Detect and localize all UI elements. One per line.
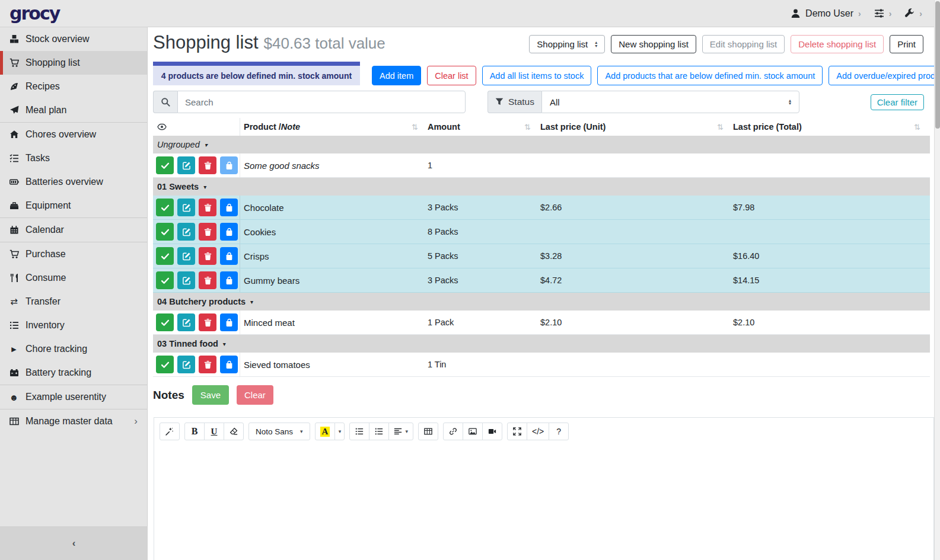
app-logo[interactable]: grocy (9, 3, 59, 24)
sidebar-collapse-button[interactable]: ‹ (0, 526, 148, 560)
mark-done-button[interactable] (156, 199, 174, 216)
delete-item-button[interactable] (199, 223, 216, 241)
header-last-price-unit[interactable]: Last price (Unit) ⇅ (540, 118, 733, 136)
edit-item-button[interactable] (177, 156, 195, 174)
edit-item-button[interactable] (177, 271, 195, 289)
group-row-tinned-food[interactable]: 03 Tinned food ▾ (153, 335, 930, 353)
shopping-list-select[interactable]: Shopping list ▴▾ (529, 35, 605, 53)
sidebar-item-chores-overview[interactable]: Chores overview (0, 123, 147, 146)
edit-item-button[interactable] (177, 356, 195, 373)
add-overdue-button[interactable]: Add overdue/expired products (829, 66, 940, 85)
status-select[interactable]: All ▴▾ (541, 91, 799, 113)
add-item-button[interactable]: Add item (372, 66, 421, 85)
sort-icon[interactable]: ⇅ (412, 123, 418, 132)
sidebar-item-batteries-overview[interactable]: Batteries overview (0, 170, 147, 194)
delete-item-button[interactable] (199, 156, 216, 174)
font-family-select[interactable]: Noto Sans ▾ (248, 423, 310, 440)
font-color-dropdown[interactable]: ▾ (334, 423, 345, 440)
caret-down-icon: ▾ (205, 142, 208, 148)
group-row-butchery[interactable]: 04 Butchery products ▾ (153, 293, 930, 311)
sidebar-item-example-userentity[interactable]: ☻ Example userentity (0, 385, 147, 409)
font-color-icon[interactable]: A (315, 423, 336, 440)
user-menu[interactable]: Demo User › (791, 8, 861, 19)
product-card-button[interactable] (220, 223, 238, 241)
edit-item-button[interactable] (177, 223, 195, 241)
product-card-button[interactable] (220, 199, 238, 216)
sort-icon[interactable]: ⇅ (914, 123, 920, 132)
delete-item-button[interactable] (199, 271, 216, 289)
group-row-ungrouped[interactable]: Ungrouped ▾ (153, 136, 930, 153)
new-shopping-list-button[interactable]: New shopping list (611, 35, 696, 53)
add-all-to-stock-button[interactable]: Add all list items to stock (482, 66, 592, 85)
sidebar-item-recipes[interactable]: Recipes (0, 75, 147, 98)
mark-done-button[interactable] (156, 247, 174, 265)
sidebar-item-tasks[interactable]: Tasks (0, 146, 147, 170)
header-product[interactable]: Product / Note ⇅ (240, 118, 428, 136)
edit-item-button[interactable] (177, 247, 195, 265)
delete-item-button[interactable] (199, 199, 216, 216)
sidebar-item-calendar[interactable]: Calendar (0, 218, 147, 242)
sidebar-item-transfer[interactable]: ⇄ Transfer (0, 290, 147, 313)
sort-icon[interactable]: ⇅ (524, 123, 531, 132)
min-stock-alert[interactable]: 4 products are below defined min. stock … (153, 62, 360, 85)
settings-menu[interactable]: › (874, 8, 892, 18)
delete-item-button[interactable] (199, 247, 216, 265)
group-row-sweets[interactable]: 01 Sweets ▾ (153, 178, 930, 196)
search-input[interactable] (177, 91, 466, 113)
sidebar-item-purchase[interactable]: Purchase (0, 242, 147, 266)
insert-table-icon[interactable] (418, 423, 438, 440)
clear-list-button[interactable]: Clear list (427, 66, 476, 85)
product-card-button[interactable] (220, 156, 238, 174)
bold-icon[interactable]: B (184, 423, 205, 440)
notes-edit-area[interactable] (154, 445, 933, 560)
delete-shopping-list-button[interactable]: Delete shopping list (791, 35, 884, 53)
clear-filter-button[interactable]: Clear filter (871, 94, 924, 110)
product-card-button[interactable] (220, 356, 238, 373)
product-card-button[interactable] (220, 271, 238, 289)
product-card-button[interactable] (220, 313, 238, 331)
code-view-icon[interactable]: </> (527, 423, 549, 440)
mark-done-button[interactable] (156, 313, 174, 331)
paragraph-align-icon[interactable]: ▾ (388, 423, 413, 440)
header-amount[interactable]: Amount ⇅ (428, 118, 540, 136)
edit-item-button[interactable] (177, 199, 195, 216)
product-card-button[interactable] (220, 247, 238, 265)
item-name: Cookies (240, 227, 428, 237)
delete-item-button[interactable] (199, 313, 216, 331)
admin-menu[interactable]: › (904, 8, 922, 18)
mark-done-button[interactable] (156, 156, 174, 174)
sidebar-item-shopping-list[interactable]: Shopping list (0, 51, 147, 75)
insert-picture-icon[interactable] (463, 423, 483, 440)
sidebar-item-equipment[interactable]: Equipment (0, 194, 147, 217)
sidebar-item-manage-master-data[interactable]: Manage master data › (0, 409, 147, 433)
magic-style-icon[interactable] (160, 423, 180, 440)
mark-done-button[interactable] (156, 356, 174, 373)
unordered-list-icon[interactable] (349, 423, 369, 440)
insert-video-icon[interactable] (482, 423, 502, 440)
insert-link-icon[interactable] (443, 423, 463, 440)
header-last-price-total[interactable]: Last price (Total) ⇅ (733, 118, 930, 136)
notes-save-button[interactable]: Save (192, 385, 229, 405)
sidebar-item-meal-plan[interactable]: Meal plan (0, 98, 147, 122)
notes-clear-button[interactable]: Clear (237, 385, 273, 405)
edit-item-button[interactable] (177, 313, 195, 331)
fullscreen-icon[interactable] (507, 423, 527, 440)
scrollbar-thumb[interactable] (935, 1, 940, 129)
mark-done-button[interactable] (156, 271, 174, 289)
mark-done-button[interactable] (156, 223, 174, 241)
eraser-icon[interactable] (224, 423, 244, 440)
add-below-min-stock-button[interactable]: Add products that are below defined min.… (597, 66, 823, 85)
sort-icon[interactable]: ⇅ (717, 123, 724, 132)
column-visibility-eye-icon[interactable] (153, 118, 240, 136)
delete-item-button[interactable] (199, 356, 216, 373)
sidebar-item-stock-overview[interactable]: Stock overview (0, 27, 147, 51)
help-icon[interactable]: ? (549, 423, 569, 440)
print-button[interactable]: Print (890, 35, 923, 53)
sidebar-item-inventory[interactable]: Inventory (0, 313, 147, 337)
sidebar-item-battery-tracking[interactable]: Battery tracking (0, 361, 147, 385)
ordered-list-icon[interactable] (369, 423, 389, 440)
sidebar-item-chore-tracking[interactable]: ▶ Chore tracking (0, 337, 147, 361)
sidebar-item-consume[interactable]: Consume (0, 266, 147, 290)
edit-shopping-list-button[interactable]: Edit shopping list (702, 35, 785, 53)
underline-icon[interactable]: U (204, 423, 224, 440)
